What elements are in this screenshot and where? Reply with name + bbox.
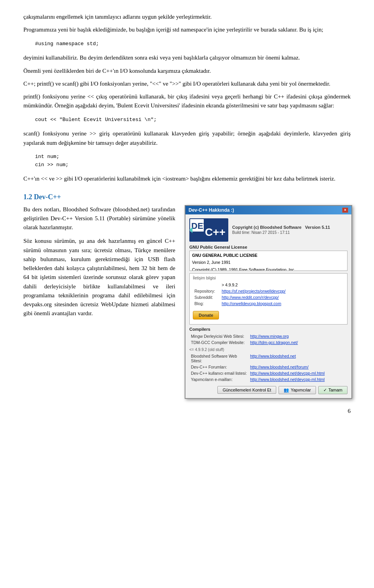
dialog-footer: Güncellemeleri Kontrol Et 👥 Yapımcılar ✓… <box>189 386 348 394</box>
repo-label: Repository: <box>194 288 220 294</box>
subreddit-label: Subreddit: <box>194 295 220 300</box>
blog-row: Blog: http://orwelldevcpp.blogspot.com <box>194 301 343 306</box>
page: çakışmalarını engellemek için tanımlayıc… <box>0 0 374 422</box>
email-row: Dev-C++ kullanıcı email listesi: http://… <box>190 370 347 376</box>
left-para-1: Bu ders notları, Bloodshed Software (blo… <box>23 205 175 232</box>
tdmgcc-link[interactable]: http://tdm-gcc.tdragon.net/ <box>250 340 298 345</box>
dialog-title: Dev-C++ Hakkında :) <box>189 207 234 213</box>
donate-button[interactable]: Donate <box>193 311 219 319</box>
forum-link[interactable]: http://www.bloodshed.net/forum/ <box>250 365 309 369</box>
about-dialog: Dev-C++ Hakkında :) × <box>185 205 352 399</box>
repo-row: Repository: https://sf.net/projects/orwe… <box>194 288 343 294</box>
paragraph-3: deyimini kullanabiliriz. Bu deyim derlen… <box>23 53 351 62</box>
dialog-titlebar: Dev-C++ Hakkında :) × <box>185 206 351 214</box>
bloodshed-label: Bloodshed Software Web Sitesi: <box>190 353 249 363</box>
old-stuff-table: Bloodshed Software Web Sitesi: http://ww… <box>189 353 348 383</box>
subreddit-link[interactable]: http://www.reddit.com/r/devcpp/ <box>222 295 279 300</box>
bloodshed-row: Bloodshed Software Web Sitesi: http://ww… <box>190 353 347 363</box>
license-line-1: GNU GENERAL PUBLIC LICENSE <box>192 253 345 259</box>
code-line-1: int num; <box>35 153 351 161</box>
version-number: > 4.9.9.2 <box>221 282 343 288</box>
right-column: Dev-C++ Hakkında :) × <box>185 205 352 399</box>
compilers-section: Compilers Mingw Derleyicisi Web Sitesi: … <box>189 327 348 346</box>
tdmgcc-row: TDM-GCC Compiler Website: http://tdm-gcc… <box>190 340 347 345</box>
code-text-2: cout << "Bulent Ecevit Universitesi \n"; <box>35 117 157 123</box>
forum-row: Dev-C++ Forumları: http://www.bloodshed.… <box>190 364 347 370</box>
yapimci-label: Yapımcıların e-mailları: <box>190 377 249 382</box>
subreddit-row: Subreddit: http://www.reddit.com/r/devcp… <box>194 295 343 300</box>
code-text-1: #using namespace std; <box>35 41 99 47</box>
mingw-label: Mingw Derleyicisi Web Sitesi: <box>190 333 249 339</box>
version-row: > 4.9.9.2 <box>194 282 343 288</box>
dialog-header: DEV C++ Copyright (c) Bloodshed Software… <box>189 218 348 242</box>
paragraph-4: Önemli yeni özelliklerden biri de C++'ın… <box>23 67 351 75</box>
yapimci-row: Yapımcıların e-mailları: http://www.bloo… <box>190 377 347 382</box>
license-box: GNU GENERAL PUBLIC LICENSE Version 2, Ju… <box>189 251 348 271</box>
check-icon: ✓ <box>323 388 327 393</box>
paragraph-5: C++; printf() ve scanf() gibi I/O fonksi… <box>23 79 351 88</box>
titlebar-buttons: × <box>342 207 348 213</box>
paragraph-8: C++'ın << ve >> gibi I/O operatörlerini … <box>23 174 351 183</box>
iletisim-box: İletişim bilgisi > 4.9.9.2 Repository: h… <box>189 273 348 325</box>
page-number: 6 <box>348 408 351 414</box>
devcpp-logo: DEV C++ <box>189 218 228 242</box>
repo-link[interactable]: https://sf.net/projects/orwelldevcpp/ <box>222 289 286 293</box>
paragraph-6: printf() fonksiyonu yerine << çıkış oper… <box>23 92 351 111</box>
build-label: Build time: Nisan 27 2015 - 17:11 <box>232 230 348 235</box>
update-button[interactable]: Güncellemeleri Kontrol Et <box>217 386 276 394</box>
blog-link[interactable]: http://orwelldevcpp.blogspot.com <box>222 301 281 306</box>
code-line-2: cin >> num; <box>35 161 351 169</box>
code-block-2: cout << "Bulent Ecevit Universitesi \n"; <box>35 116 351 124</box>
code-block-1: #using namespace std; <box>35 40 351 48</box>
logo-svg: DEV C++ <box>189 218 228 242</box>
paragraph-1: çakışmalarını engellemek için tanımlayıc… <box>23 12 351 21</box>
license-label: GNU Public General License <box>189 245 348 249</box>
iletisim-title: İletişim bilgisi <box>193 276 344 280</box>
left-para-2: Söz konusu sürümün, şu ana dek hazırlanm… <box>23 237 175 318</box>
license-line-2: Version 2, June 1991 <box>192 260 345 266</box>
tdmgcc-label: TDM-GCC Compiler Website: <box>190 340 249 345</box>
svg-text:C++: C++ <box>205 226 226 238</box>
close-button[interactable]: × <box>342 207 348 213</box>
compilers-table: Mingw Derleyicisi Web Sitesi: http://www… <box>189 333 348 346</box>
bloodshed-link[interactable]: http://www.bloodshed.net <box>250 354 296 358</box>
contact-table: > 4.9.9.2 Repository: https://sf.net/pro… <box>193 281 344 307</box>
left-column: Bu ders notları, Bloodshed Software (blo… <box>23 205 175 399</box>
people-icon: 👥 <box>284 388 289 393</box>
paragraph-2: Programımıza yeni bir başlık eklediğimiz… <box>23 25 351 34</box>
blog-label: Blog: <box>194 301 220 306</box>
copyright-label: Copyright (c) Bloodshed Software Version… <box>232 225 348 230</box>
old-stuff-label: <= 4.9.9.2 (old stuff) <box>189 348 348 352</box>
dialog-version-info: Copyright (c) Bloodshed Software Version… <box>232 225 348 235</box>
section-title: 1.2 Dev-C++ <box>23 193 351 201</box>
tamam-button[interactable]: ✓ Tamam <box>318 386 348 394</box>
two-column-layout: Bu ders notları, Bloodshed Software (blo… <box>23 205 351 399</box>
forum-label: Dev-C++ Forumları: <box>190 364 249 370</box>
license-line-3: Copyright (C) 1989, 1991 Free Software F… <box>192 267 345 271</box>
email-link[interactable]: http://www.bloodshed.net/devcpp-ml.html <box>250 371 325 376</box>
dialog-body: DEV C++ Copyright (c) Bloodshed Software… <box>185 214 351 398</box>
yapimcilar-button[interactable]: 👥 Yapımcılar <box>279 386 316 394</box>
yapimci-link[interactable]: http://www.bloodshed.net/devcpp-ml.html <box>250 377 325 382</box>
mingw-row: Mingw Derleyicisi Web Sitesi: http://www… <box>190 333 347 339</box>
code-block-3: int num; cin >> num; <box>35 153 351 169</box>
email-label: Dev-C++ kullanıcı email listesi: <box>190 370 249 376</box>
paragraph-7: scanf() fonksiyonu yerine >> giriş opera… <box>23 129 351 147</box>
mingw-link[interactable]: http://www.mingw.org <box>250 334 289 339</box>
compilers-title: Compilers <box>189 327 348 332</box>
